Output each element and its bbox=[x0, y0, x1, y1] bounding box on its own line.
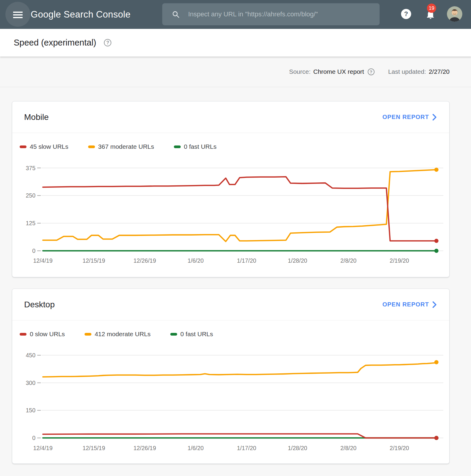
fast-swatch bbox=[170, 333, 177, 336]
app-title: Google Search Console bbox=[31, 0, 130, 29]
mobile-card: Mobile OPEN REPORT 45 slow URLs 367 mode… bbox=[12, 101, 450, 277]
svg-text:12/4/19: 12/4/19 bbox=[33, 445, 52, 451]
svg-text:2/8/20: 2/8/20 bbox=[340, 257, 356, 264]
desktop-card-header: Desktop OPEN REPORT bbox=[12, 289, 449, 320]
page-title-bar: Speed (experimental) ? bbox=[0, 29, 471, 57]
page-help-icon[interactable]: ? bbox=[104, 39, 111, 46]
last-updated-label: Last updated: bbox=[388, 68, 426, 75]
desktop-legend: 0 slow URLs 412 moderate URLs 0 fast URL… bbox=[20, 331, 449, 338]
svg-text:1/17/20: 1/17/20 bbox=[237, 257, 256, 264]
question-mark-icon: ? bbox=[404, 10, 408, 18]
legend-item-moderate[interactable]: 412 moderate URLs bbox=[85, 331, 151, 338]
svg-text:375: 375 bbox=[26, 165, 35, 171]
hamburger-icon bbox=[13, 12, 23, 13]
chevron-right-icon bbox=[432, 301, 437, 308]
svg-text:12/15/19: 12/15/19 bbox=[82, 445, 105, 451]
source-value: Chrome UX report bbox=[313, 68, 364, 75]
chevron-right-icon bbox=[432, 114, 437, 120]
svg-text:0: 0 bbox=[32, 248, 35, 254]
search-bar[interactable] bbox=[162, 3, 380, 25]
moderate-swatch bbox=[85, 333, 91, 336]
svg-text:300: 300 bbox=[26, 380, 35, 386]
svg-text:450: 450 bbox=[26, 352, 35, 358]
avatar[interactable] bbox=[447, 6, 462, 22]
slow-swatch bbox=[20, 333, 26, 336]
svg-text:12/15/19: 12/15/19 bbox=[82, 257, 105, 264]
svg-text:1/6/20: 1/6/20 bbox=[188, 257, 204, 264]
svg-text:150: 150 bbox=[26, 407, 35, 414]
mobile-legend: 45 slow URLs 367 moderate URLs 0 fast UR… bbox=[20, 143, 449, 150]
mobile-card-title: Mobile bbox=[24, 112, 49, 122]
svg-text:2/19/20: 2/19/20 bbox=[390, 257, 409, 264]
legend-item-slow[interactable]: 0 slow URLs bbox=[20, 331, 65, 338]
svg-text:1/6/20: 1/6/20 bbox=[188, 445, 204, 451]
page-title: Speed (experimental) bbox=[14, 38, 96, 48]
desktop-card: Desktop OPEN REPORT 0 slow URLs 412 mode… bbox=[12, 289, 450, 464]
legend-item-fast[interactable]: 0 fast URLs bbox=[174, 143, 217, 150]
svg-text:1/28/20: 1/28/20 bbox=[288, 257, 307, 264]
svg-text:1/17/20: 1/17/20 bbox=[237, 445, 256, 451]
search-input[interactable] bbox=[188, 3, 380, 25]
search-icon bbox=[172, 10, 180, 18]
app-header: Google Search Console ? 19 bbox=[0, 0, 471, 29]
help-button[interactable]: ? bbox=[401, 9, 411, 19]
report-meta: Source: Chrome UX report ? Last updated:… bbox=[0, 57, 471, 87]
open-report-link[interactable]: OPEN REPORT bbox=[382, 301, 437, 308]
menu-button[interactable] bbox=[5, 2, 30, 27]
svg-text:1/28/20: 1/28/20 bbox=[288, 445, 307, 451]
moderate-swatch bbox=[88, 145, 95, 148]
desktop-card-title: Desktop bbox=[24, 300, 55, 309]
mobile-card-header: Mobile OPEN REPORT bbox=[12, 101, 449, 133]
notification-badge: 19 bbox=[427, 4, 436, 13]
last-updated-value: 2/27/20 bbox=[429, 68, 450, 75]
legend-item-moderate[interactable]: 367 moderate URLs bbox=[88, 143, 154, 150]
svg-text:0: 0 bbox=[32, 435, 35, 441]
svg-text:250: 250 bbox=[26, 192, 35, 199]
svg-text:2/8/20: 2/8/20 bbox=[340, 445, 356, 451]
legend-item-slow[interactable]: 45 slow URLs bbox=[20, 143, 68, 150]
fast-swatch bbox=[174, 145, 181, 148]
legend-item-fast[interactable]: 0 fast URLs bbox=[170, 331, 213, 338]
source-label: Source: bbox=[289, 68, 311, 75]
svg-text:12/26/19: 12/26/19 bbox=[133, 257, 156, 264]
svg-text:125: 125 bbox=[26, 220, 35, 226]
open-report-link[interactable]: OPEN REPORT bbox=[382, 114, 437, 120]
source-help-icon[interactable]: ? bbox=[368, 68, 375, 75]
slow-swatch bbox=[20, 145, 26, 148]
svg-text:12/26/19: 12/26/19 bbox=[133, 445, 156, 451]
svg-text:2/19/20: 2/19/20 bbox=[390, 445, 409, 451]
avatar-image bbox=[447, 6, 462, 22]
svg-text:12/4/19: 12/4/19 bbox=[33, 257, 52, 264]
